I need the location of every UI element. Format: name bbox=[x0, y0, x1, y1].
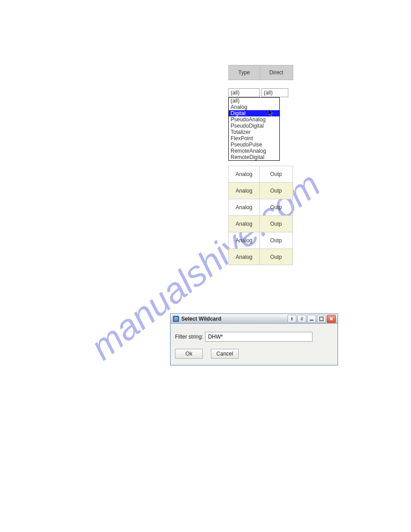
close-icon bbox=[329, 317, 334, 321]
cell-type: Analog bbox=[228, 232, 260, 249]
dropdown-option-pseudoanalog[interactable]: PseudoAnalog bbox=[229, 116, 279, 123]
cell-type: Analog bbox=[228, 249, 260, 265]
maximize-button[interactable] bbox=[317, 315, 326, 323]
dropdown-option-remotedigital[interactable]: RemoteDigital bbox=[229, 154, 279, 160]
table-header-row: Type Direct bbox=[228, 65, 293, 80]
refresh-icon bbox=[300, 317, 304, 321]
dialog-button-row: Ok Cancel bbox=[175, 349, 333, 359]
refresh-button[interactable] bbox=[297, 315, 306, 323]
dropdown-option-remoteanalog[interactable]: RemoteAnalog bbox=[229, 148, 279, 154]
cancel-button[interactable]: Cancel bbox=[211, 349, 239, 359]
dialog-body: Filter string: Ok Cancel bbox=[171, 324, 338, 365]
filter-type-select[interactable]: (all) bbox=[228, 88, 260, 97]
cell-direct: Outp bbox=[260, 199, 293, 215]
minimize-button[interactable] bbox=[307, 315, 316, 323]
svg-rect-2 bbox=[320, 317, 323, 321]
cell-direct: Outp bbox=[260, 249, 293, 265]
filter-row: (all) (all) bbox=[228, 88, 293, 97]
table-row[interactable]: Analog Outp bbox=[228, 249, 293, 265]
filter-string-input[interactable] bbox=[205, 332, 313, 342]
cell-direct: Outp bbox=[260, 232, 293, 249]
dropdown-option-analog[interactable]: Analog bbox=[229, 104, 279, 110]
maximize-icon bbox=[319, 317, 324, 321]
cell-type: Analog bbox=[228, 183, 260, 199]
table-row[interactable]: Analog Outp bbox=[228, 199, 293, 215]
filter-string-label: Filter string: bbox=[175, 334, 203, 340]
ok-button[interactable]: Ok bbox=[175, 349, 203, 359]
dropdown-option-totalizer[interactable]: Totalizer bbox=[229, 129, 279, 135]
svg-rect-1 bbox=[310, 320, 313, 321]
dialog-title: Select Wildcard bbox=[181, 316, 287, 322]
select-wildcard-dialog: Select Wildcard bbox=[170, 313, 338, 365]
titlebar-buttons bbox=[287, 315, 336, 323]
cell-direct: Outp bbox=[260, 166, 293, 182]
minimize-icon bbox=[309, 317, 314, 321]
table-row[interactable]: Analog Outp bbox=[228, 215, 293, 232]
cell-direct: Outp bbox=[260, 183, 293, 199]
dropdown-option-pseudopulse[interactable]: PseudoPulse bbox=[229, 142, 279, 148]
type-dropdown-list[interactable]: (all) Analog Digital PseudoAnalog Pseudo… bbox=[228, 97, 280, 161]
pin-icon bbox=[290, 317, 294, 321]
dropdown-option-pseudodigital[interactable]: PseudoDigital bbox=[229, 123, 279, 129]
close-button[interactable] bbox=[327, 315, 336, 323]
cell-type: Analog bbox=[228, 199, 260, 215]
cell-direct: Outp bbox=[260, 216, 293, 232]
cell-type: Analog bbox=[228, 166, 260, 182]
column-header-direct[interactable]: Direct bbox=[260, 65, 293, 80]
table-row[interactable]: Analog Outp bbox=[228, 232, 293, 249]
dropdown-option-all[interactable]: (all) bbox=[229, 98, 279, 104]
dialog-app-icon bbox=[172, 315, 180, 322]
table-row[interactable]: Analog Outp bbox=[228, 166, 293, 182]
filter-string-row: Filter string: bbox=[175, 332, 333, 342]
column-header-type[interactable]: Type bbox=[229, 65, 260, 80]
table-body-visible: Analog Outp Analog Outp Analog Outp Anal… bbox=[228, 166, 293, 265]
dropdown-option-flexpoint[interactable]: FlexPoint bbox=[229, 135, 279, 142]
pin-button[interactable] bbox=[287, 315, 296, 323]
table-row[interactable]: Analog Outp bbox=[228, 182, 293, 199]
dialog-titlebar[interactable]: Select Wildcard bbox=[171, 314, 338, 324]
dropdown-option-digital[interactable]: Digital bbox=[229, 110, 279, 116]
cell-type: Analog bbox=[228, 216, 260, 232]
filter-direct-select[interactable]: (all) bbox=[261, 88, 288, 97]
table-fragment: Type Direct (all) (all) (all) Analog Dig… bbox=[228, 65, 293, 97]
